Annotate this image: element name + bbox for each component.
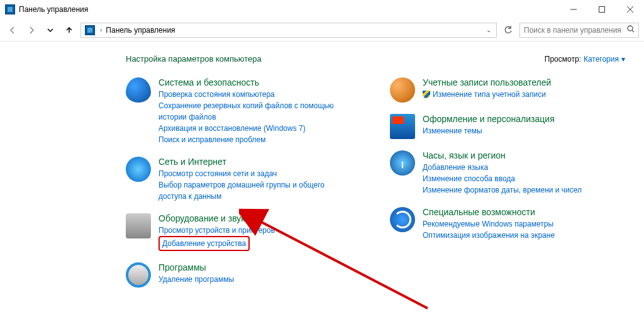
window-caption-buttons — [559, 0, 644, 19]
control-panel-icon — [5, 4, 15, 14]
category-network-internet: Сеть и Интернет Просмотр состояния сети … — [126, 157, 352, 202]
link-view-network-status[interactable]: Просмотр состояния сети и задач — [158, 168, 352, 179]
category-hardware-sound: Оборудование и звук Просмотр устройств и… — [126, 213, 352, 251]
address-bar[interactable]: › Панель управления ⌄ — [80, 23, 497, 38]
link-file-history-backup[interactable]: Сохранение резервных копий файлов с помо… — [158, 100, 352, 123]
category-title[interactable]: Система и безопасность — [158, 77, 352, 87]
view-by-selector: Просмотр: Категория ▾ — [545, 55, 625, 64]
forward-button[interactable] — [24, 23, 39, 38]
refresh-button[interactable] — [501, 23, 516, 38]
page-title: Настройка параметров компьютера — [126, 54, 262, 64]
link-change-date-formats[interactable]: Изменение форматов даты, времени и чисел — [423, 184, 616, 196]
link-add-language[interactable]: Добавление языка — [423, 162, 616, 173]
control-panel-icon — [85, 25, 95, 35]
printer-icon — [126, 213, 151, 238]
minimize-button[interactable] — [559, 0, 587, 19]
link-view-devices-printers[interactable]: Просмотр устройств и принтеров — [158, 225, 352, 236]
category-title[interactable]: Часы, язык и регион — [423, 150, 616, 160]
breadcrumb-item[interactable]: Панель управления — [104, 26, 176, 35]
svg-line-5 — [632, 30, 634, 32]
globe-icon — [126, 157, 151, 182]
clock-icon — [390, 150, 415, 176]
link-uninstall-program[interactable]: Удаление программы — [158, 274, 352, 285]
category-title[interactable]: Программы — [158, 262, 352, 272]
link-change-account-type[interactable]: Изменение типа учетной записи — [423, 89, 616, 100]
category-title[interactable]: Оформление и персонализация — [423, 114, 616, 124]
category-ease-of-access: Специальные возможности Рекомендуемые Wi… — [390, 207, 616, 241]
dropdown-icon[interactable]: ▾ — [621, 55, 625, 64]
category-column-right: Учетные записи пользователей Изменение т… — [390, 77, 616, 299]
svg-rect-1 — [599, 7, 604, 13]
link-backup-restore-win7[interactable]: Архивация и восстановление (Windows 7) — [158, 123, 352, 134]
category-appearance-personalization: Оформление и персонализация Изменение те… — [390, 114, 616, 139]
category-clock-language-region: Часы, язык и регион Добавление языка Изм… — [390, 150, 616, 196]
window-title: Панель управления — [19, 5, 88, 14]
category-title[interactable]: Сеть и Интернет — [158, 157, 352, 167]
view-by-value[interactable]: Категория — [584, 55, 619, 64]
accessibility-icon — [390, 207, 415, 232]
link-optimize-display[interactable]: Оптимизация изображения на экране — [423, 230, 616, 241]
category-user-accounts: Учетные записи пользователей Изменение т… — [390, 77, 616, 103]
recent-locations-button[interactable] — [43, 23, 58, 38]
annotation-highlight: Добавление устройства — [158, 236, 250, 251]
link-change-theme[interactable]: Изменение темы — [423, 125, 616, 137]
category-column-left: Система и безопасность Проверка состояни… — [126, 77, 352, 299]
maximize-button[interactable] — [587, 0, 616, 19]
link-change-input-method[interactable]: Изменение способа ввода — [423, 173, 616, 184]
content-area: Настройка параметров компьютера Просмотр… — [0, 42, 644, 311]
up-button[interactable] — [62, 23, 77, 38]
window-titlebar: Панель управления — [0, 0, 644, 19]
category-programs: Программы Удаление программы — [126, 262, 352, 288]
link-troubleshoot[interactable]: Поиск и исправление проблем — [158, 134, 352, 145]
category-title[interactable]: Учетные записи пользователей — [423, 77, 616, 87]
category-title[interactable]: Специальные возможности — [423, 207, 616, 217]
programs-icon — [126, 262, 151, 288]
users-icon — [390, 77, 415, 103]
personalization-icon — [390, 114, 415, 139]
link-homegroup-sharing[interactable]: Выбор параметров домашней группы и общег… — [158, 179, 352, 202]
search-icon — [627, 25, 635, 35]
address-dropdown-icon[interactable]: ⌄ — [482, 26, 495, 33]
link-check-computer-status[interactable]: Проверка состояния компьютера — [158, 89, 352, 100]
category-system-security: Система и безопасность Проверка состояни… — [126, 77, 352, 145]
link-recommended-settings[interactable]: Рекомендуемые Windows параметры — [423, 218, 616, 230]
view-by-label: Просмотр: — [545, 55, 581, 64]
navigation-toolbar: › Панель управления ⌄ Поиск в панели упр… — [0, 19, 644, 42]
search-placeholder: Поиск в панели управления — [524, 26, 627, 35]
link-add-device[interactable]: Добавление устройства — [162, 239, 246, 248]
shield-icon — [126, 77, 151, 103]
category-title[interactable]: Оборудование и звук — [158, 213, 352, 223]
back-button[interactable] — [5, 23, 20, 38]
search-input[interactable]: Поиск в панели управления — [519, 23, 639, 38]
svg-point-4 — [628, 26, 633, 31]
close-button[interactable] — [616, 0, 644, 19]
chevron-right-icon[interactable]: › — [97, 26, 104, 33]
